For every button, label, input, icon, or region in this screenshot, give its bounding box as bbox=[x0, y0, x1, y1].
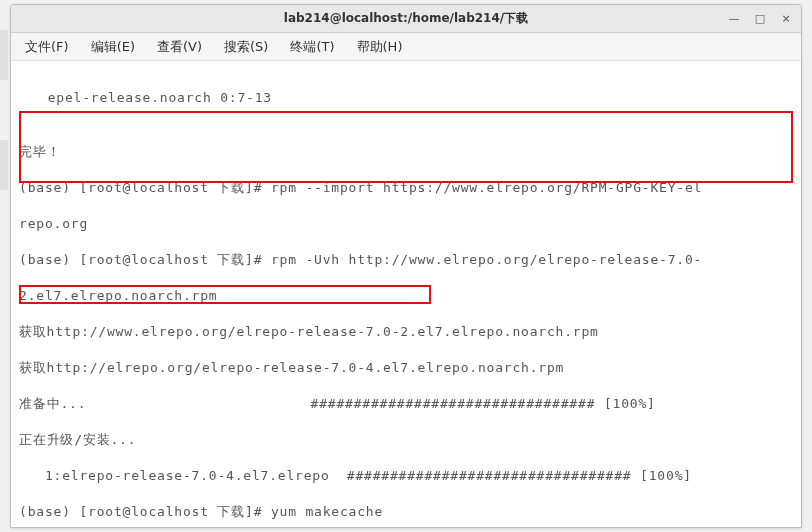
titlebar[interactable]: lab214@localhost:/home/lab214/下载 — □ × bbox=[11, 5, 801, 33]
menu-search[interactable]: 搜索(S) bbox=[220, 36, 272, 58]
terminal-line: 获取http://www.elrepo.org/elrepo-release-7… bbox=[11, 323, 801, 341]
terminal-line: repo.org bbox=[11, 215, 801, 233]
terminal-output[interactable]: epel-release.noarch 0:7-13 完毕！ (base) [r… bbox=[11, 61, 801, 527]
menu-help[interactable]: 帮助(H) bbox=[353, 36, 407, 58]
terminal-line: (base) [root@localhost 下载]# yum makecach… bbox=[11, 503, 801, 521]
desktop-background bbox=[0, 30, 8, 190]
terminal-line: 获取http://elrepo.org/elrepo-release-7.0-4… bbox=[11, 359, 801, 377]
terminal-line: 2.el7.elrepo.noarch.rpm bbox=[11, 287, 801, 305]
terminal-line: (base) [root@localhost 下载]# rpm -Uvh htt… bbox=[11, 251, 801, 269]
terminal-line: epel-release.noarch 0:7-13 bbox=[11, 89, 801, 107]
menubar: 文件(F) 编辑(E) 查看(V) 搜索(S) 终端(T) 帮助(H) bbox=[11, 33, 801, 61]
maximize-button[interactable]: □ bbox=[751, 9, 769, 27]
menu-edit[interactable]: 编辑(E) bbox=[87, 36, 139, 58]
terminal-window: lab214@localhost:/home/lab214/下载 — □ × 文… bbox=[10, 4, 802, 528]
menu-file[interactable]: 文件(F) bbox=[21, 36, 73, 58]
close-button[interactable]: × bbox=[777, 9, 795, 27]
terminal-line: 准备中... #################################… bbox=[11, 395, 801, 413]
terminal-line: 1:elrepo-release-7.0-4.el7.elrepo ######… bbox=[11, 467, 801, 485]
window-controls: — □ × bbox=[725, 9, 795, 27]
terminal-line: (base) [root@localhost 下载]# rpm --import… bbox=[11, 179, 801, 197]
terminal-line: 完毕！ bbox=[11, 143, 801, 161]
window-title: lab214@localhost:/home/lab214/下载 bbox=[11, 10, 801, 27]
terminal-line: 正在升级/安装... bbox=[11, 431, 801, 449]
menu-view[interactable]: 查看(V) bbox=[153, 36, 206, 58]
menu-terminal[interactable]: 终端(T) bbox=[286, 36, 338, 58]
minimize-button[interactable]: — bbox=[725, 9, 743, 27]
